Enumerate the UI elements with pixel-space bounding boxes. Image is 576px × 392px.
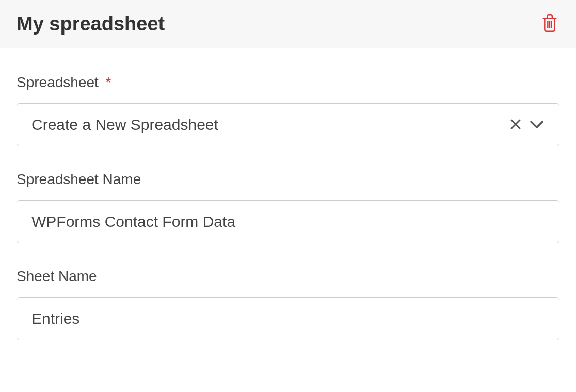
delete-button[interactable] bbox=[540, 12, 559, 36]
panel-title: My spreadsheet bbox=[17, 13, 165, 35]
spreadsheet-name-field-group: Spreadsheet Name bbox=[17, 171, 559, 243]
required-indicator: * bbox=[106, 74, 111, 90]
sheet-name-label: Sheet Name bbox=[17, 268, 559, 285]
spreadsheet-select[interactable]: Create a New Spreadsheet bbox=[17, 103, 559, 146]
panel-header: My spreadsheet bbox=[0, 0, 576, 48]
close-icon bbox=[509, 118, 522, 132]
select-actions bbox=[509, 118, 545, 132]
chevron-down-icon bbox=[529, 119, 545, 131]
form-body: Spreadsheet * Create a New Spreadsheet bbox=[0, 48, 576, 340]
trash-icon bbox=[542, 14, 557, 34]
spreadsheet-field-group: Spreadsheet * Create a New Spreadsheet bbox=[17, 74, 559, 146]
sheet-name-field-group: Sheet Name bbox=[17, 268, 559, 340]
dropdown-toggle-button[interactable] bbox=[529, 119, 545, 131]
spreadsheet-label: Spreadsheet * bbox=[17, 74, 559, 91]
spreadsheet-name-label: Spreadsheet Name bbox=[17, 171, 559, 188]
spreadsheet-label-text: Spreadsheet bbox=[17, 74, 99, 90]
clear-selection-button[interactable] bbox=[509, 118, 522, 132]
sheet-name-input[interactable] bbox=[17, 297, 559, 340]
spreadsheet-name-input[interactable] bbox=[17, 200, 559, 243]
spreadsheet-select-value: Create a New Spreadsheet bbox=[31, 116, 509, 134]
